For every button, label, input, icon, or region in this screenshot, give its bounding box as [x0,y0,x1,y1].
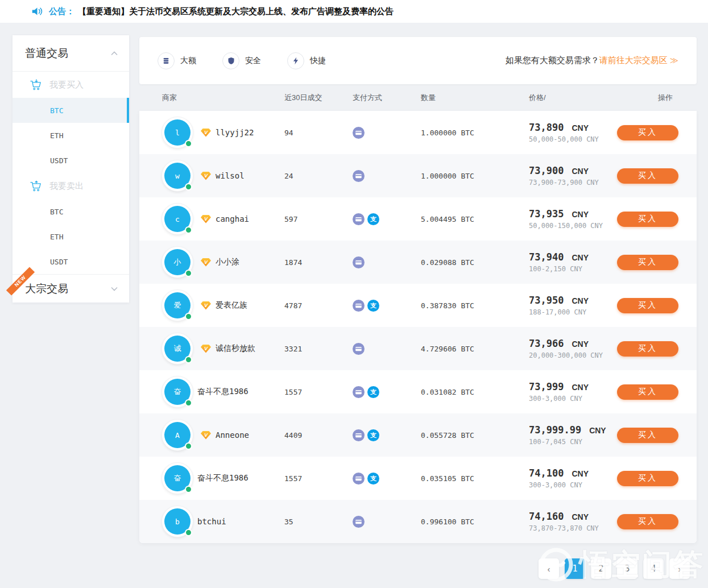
avatar[interactable]: 爱 [162,290,193,321]
avatar[interactable]: A [162,420,193,450]
page-button-2[interactable]: 2 [591,558,611,579]
price-currency: CNY [572,210,589,219]
price-value: 73,999 [529,381,564,392]
announcement-link[interactable]: 【重要通知】关于法币交易区系统更新及大宗交易上线、发布广告调整及费率的公告 [78,6,394,17]
limit-range: 300-3,000 CNY [529,395,617,402]
col-amount: 数量 [421,93,529,103]
amount: 5.004495 BTC [421,215,529,223]
price-value: 74,100 [529,467,564,479]
bank-card-icon [353,300,365,312]
merchant-name[interactable]: canghai [216,214,249,223]
avatar[interactable]: b [162,506,193,537]
promo-question: 如果您有大额交易需求？ [506,55,599,65]
sidebar-item-buy[interactable]: 我要买入 [13,72,129,98]
trades-count: 3321 [284,345,353,353]
sidebar-item-buy-btc[interactable]: BTC [13,98,129,123]
feature-label: 大额 [180,56,196,66]
price-currency: CNY [572,469,589,478]
amount: 1.000000 BTC [421,172,529,180]
buy-button[interactable]: 买入 [617,212,678,227]
avatar[interactable]: w [162,160,193,191]
merchant-name[interactable]: 诚信秒放款 [216,343,255,354]
merchant-name[interactable]: 小小涂 [216,257,239,267]
chevron-down-icon [111,287,118,291]
buy-button[interactable]: 买入 [617,471,678,486]
action-cell: 买入 [617,471,697,486]
price-cell: 73,890CNY 50,000-50,000 CNY [529,123,617,143]
online-dot [185,140,192,147]
avatar[interactable]: l [162,117,193,148]
merchant-cell: 小 V 小小涂 [162,247,284,278]
avatar[interactable]: 诚 [162,333,193,364]
page-button-3[interactable]: 3 [617,558,637,579]
merchant-name[interactable]: 奋斗不息1986 [197,473,249,483]
trades-count: 597 [284,215,353,223]
pagination: ‹ 1 2 3 4 › [139,558,690,579]
price-currency: CNY [572,512,589,521]
price-currency: CNY [572,339,589,349]
avatar[interactable]: 奋 [162,463,193,494]
action-cell: 买入 [617,212,697,227]
buy-button[interactable]: 买入 [617,125,678,140]
price-cell: 73,935CNY 50,000-150,000 CNY [529,209,617,229]
avatar[interactable]: 小 [162,247,193,278]
sidebar-item-sell-eth[interactable]: ETH [13,224,129,249]
trades-count: 1557 [284,474,353,483]
buy-button[interactable]: 买入 [617,255,678,270]
amount: 0.029088 BTC [421,258,529,267]
feature-large-amount: 大额 [158,52,196,69]
action-cell: 买入 [617,428,697,443]
buy-button[interactable]: 买入 [617,168,678,184]
price-currency: CNY [572,253,589,262]
sell-group-label: 我要卖出 [49,181,84,192]
table-row: c V canghai 597 支 5.004495 BTC 73,935CNY… [139,197,697,241]
price-cell: 73,900CNY 73,900-73,900 CNY [529,166,617,186]
sidebar-item-sell[interactable]: 我要卖出 [13,173,129,199]
buy-button[interactable]: 买入 [617,384,678,400]
merchant-name[interactable]: wilsol [216,171,245,180]
feature-bar: 大额 安全 快捷 如果您有大额交易需求？请前往大宗交易区 ≫ [139,37,697,84]
merchant-cell: 爱 V 爱表亿族 [162,290,284,321]
sidebar-item-buy-usdt[interactable]: USDT [13,148,129,173]
normal-trade-title: 普通交易 [25,46,68,61]
buy-button[interactable]: 买入 [617,341,678,357]
merchant-name[interactable]: btchui [197,517,226,526]
limit-range: 73,870-73,870 CNY [529,525,617,532]
merchant-name[interactable]: llyyjj22 [216,128,254,137]
bank-card-icon [353,343,365,355]
limit-range: 188-17,000 CNY [529,309,617,316]
merchant-cell: A V Anneone [162,420,284,450]
block-trade-link[interactable]: 请前往大宗交易区 [599,55,668,65]
buy-button[interactable]: 买入 [617,298,678,313]
lightning-icon [287,52,304,69]
sidebar-item-sell-btc[interactable]: BTC [13,199,129,224]
price-currency: CNY [589,426,606,435]
trades-count: 35 [284,517,353,526]
avatar[interactable]: 奋 [162,376,193,407]
merchant-name[interactable]: 奋斗不息1986 [197,387,249,397]
buy-button[interactable]: 买入 [617,428,678,443]
sidebar-section-block-trade[interactable]: NEW 大宗交易 [13,274,129,303]
merchant-name[interactable]: Anneone [216,430,249,440]
amount: 0.387830 BTC [421,301,529,310]
page-button-1[interactable]: 1 [565,558,585,579]
price-value: 73,966 [529,338,564,349]
next-page-button[interactable]: › [669,558,690,579]
table-row: 小 V 小小涂 1874 支 0.029088 BTC 73,940CNY 10… [139,241,697,284]
sidebar-item-buy-eth[interactable]: ETH [13,123,129,148]
trades-count: 1874 [284,258,353,267]
avatar[interactable]: c [162,204,193,234]
col-action: 操作 [617,93,697,103]
prev-page-button[interactable]: ‹ [539,558,559,579]
feature-safe: 安全 [222,52,261,69]
vip-icon: V [201,345,211,353]
merchant-name[interactable]: 爱表亿族 [216,300,247,310]
amount: 1.000000 BTC [421,129,529,137]
sidebar-section-normal-trade[interactable]: 普通交易 [13,35,129,72]
page-button-4[interactable]: 4 [643,558,664,579]
buy-button[interactable]: 买入 [617,514,678,529]
bank-card-icon [353,256,365,268]
sidebar: 普通交易 我要买入 BTC ETH USDT 我要卖出 BTC ETH USDT… [13,35,129,303]
price-cell: 73,940CNY 100-2,150 CNY [529,252,617,272]
amount: 0.031082 BTC [421,388,529,396]
